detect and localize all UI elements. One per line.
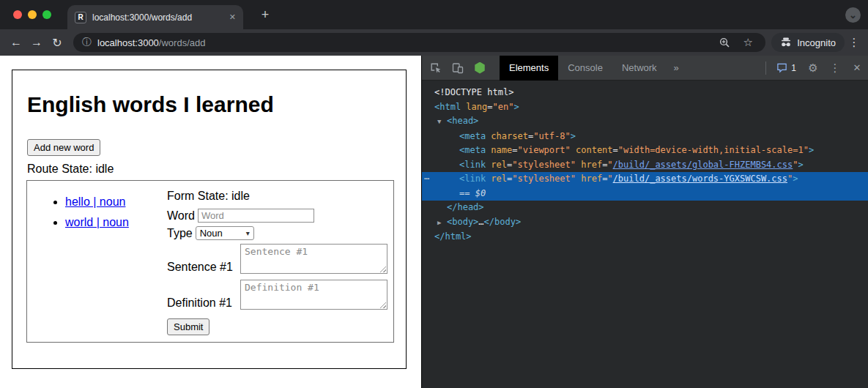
dom-line[interactable]: </html> (422, 230, 868, 245)
definition-textarea-wrap (240, 280, 387, 310)
tab-console[interactable]: Console (558, 56, 612, 81)
definition-label: Definition #1 (167, 296, 238, 310)
inspect-element-icon[interactable] (425, 56, 447, 81)
browser-toolbar: ← → ↻ ⓘ localhost:3000/words/add ☆ Incog… (0, 29, 868, 56)
zoom-icon[interactable] (716, 37, 733, 48)
window-controls (13, 10, 51, 19)
hexagon-icon (475, 62, 486, 74)
devtools-close-icon[interactable]: ✕ (846, 56, 868, 81)
word-input[interactable] (198, 209, 314, 223)
content-area: English words I learned Add new word Rou… (0, 56, 868, 388)
settings-gear-icon[interactable]: ⚙ (802, 56, 824, 81)
disclosure-closed-icon[interactable]: ▶ (437, 216, 447, 231)
type-label: Type (167, 227, 193, 240)
node-extension-icon[interactable] (469, 56, 491, 81)
more-actions-icon[interactable]: ⋯ (424, 172, 428, 187)
message-bubble-icon (776, 62, 787, 73)
device-toolbar-icon[interactable] (447, 56, 469, 81)
dom-line[interactable]: <!DOCTYPE html> (422, 86, 868, 100)
incognito-badge: Incognito (771, 33, 845, 52)
word-list: hello | noun world | noun (27, 181, 167, 342)
dom-line-code: <head> (447, 116, 478, 126)
dom-line-code: <link rel="stylesheet" href="/build/_ass… (459, 174, 798, 184)
forward-button[interactable]: → (26, 32, 47, 53)
dom-line[interactable]: </head> (422, 201, 868, 215)
devtools-tabs: Elements Console Network (500, 56, 667, 81)
page-title: English words I learned (27, 92, 391, 117)
dom-tree: <!DOCTYPE html><html lang="en">▼<head><m… (422, 81, 868, 388)
add-word-form: Form State: idle Word Type Noun ▾ (167, 181, 387, 342)
back-button[interactable]: ← (6, 32, 26, 53)
incognito-label: Incognito (797, 37, 836, 48)
browser-tab[interactable]: R localhost:3000/words/add ✕ (67, 5, 243, 29)
dom-line-code: <meta charset="utf-8"> (459, 131, 576, 141)
add-new-word-button[interactable]: Add new word (27, 139, 100, 156)
sentence-row: Sentence #1 (167, 244, 387, 274)
type-select[interactable]: Noun ▾ (196, 226, 254, 240)
url-host: localhost:3000 (97, 37, 159, 48)
dom-line[interactable]: ▼<head> (422, 114, 868, 130)
word-label: Word (167, 209, 195, 223)
dom-line-code: <!DOCTYPE html> (434, 87, 513, 97)
page-info-icon[interactable]: ⓘ (82, 36, 92, 49)
url-text: localhost:3000/words/add (97, 37, 205, 48)
web-page: English words I learned Add new word Rou… (0, 56, 421, 388)
type-select-value: Noun (200, 228, 223, 239)
close-window-button[interactable] (13, 10, 22, 19)
list-item: hello | noun (65, 195, 167, 209)
tab-close-icon[interactable]: ✕ (229, 12, 236, 22)
definition-textarea[interactable] (240, 280, 387, 310)
dom-line-code: <meta name="viewport" content="width=dev… (459, 145, 814, 155)
downloads-icon[interactable]: ⌄ (845, 7, 861, 23)
dom-line-code: <html lang="en"> (434, 102, 519, 112)
tab-strip: R localhost:3000/words/add ✕ + ⌄ (0, 0, 868, 29)
devtools-toolbar-right: 1 ⚙ ⋮ ✕ (761, 56, 868, 81)
dom-line-code: </head> (447, 202, 484, 212)
submit-button[interactable]: Submit (167, 318, 209, 335)
sentence-label: Sentence #1 (167, 261, 238, 274)
tab-elements[interactable]: Elements (500, 56, 558, 81)
devtools-menu-icon[interactable]: ⋮ (824, 56, 846, 81)
dom-line-code: <body>…</body> (447, 217, 521, 227)
sentence-textarea[interactable] (240, 244, 387, 274)
app-container: English words I learned Add new word Rou… (12, 70, 407, 369)
browser-menu-icon[interactable]: ⋮ (845, 36, 864, 49)
disclosure-open-icon[interactable]: ▼ (437, 115, 447, 130)
dom-line-code: <link rel="stylesheet" href="/build/_ass… (459, 160, 804, 170)
more-tabs-icon[interactable]: » (667, 56, 686, 81)
minimize-window-button[interactable] (28, 10, 37, 19)
bookmark-star-icon[interactable]: ☆ (739, 36, 757, 49)
new-tab-button[interactable]: + (256, 6, 274, 23)
definition-row: Definition #1 (167, 280, 387, 310)
dom-line[interactable]: ▶<body>…</body> (422, 215, 868, 231)
devtools-toolbar: Elements Console Network » 1 ⚙ ⋮ ✕ (422, 56, 868, 81)
tab-network[interactable]: Network (612, 56, 667, 81)
form-state-text: Form State: idle (167, 190, 387, 203)
address-bar[interactable]: ⓘ localhost:3000/words/add ☆ (73, 33, 765, 52)
submit-row: Submit (167, 318, 387, 335)
maximize-window-button[interactable] (42, 10, 51, 19)
dom-line[interactable]: == $0 (422, 187, 868, 201)
type-row: Type Noun ▾ (167, 226, 387, 240)
dom-line[interactable]: ⋯<link rel="stylesheet" href="/build/_as… (422, 172, 868, 187)
word-link-hello[interactable]: hello | noun (65, 195, 125, 208)
browser-window: R localhost:3000/words/add ✕ + ⌄ ← → ↻ ⓘ… (0, 0, 868, 388)
devtools-panel: Elements Console Network » 1 ⚙ ⋮ ✕ <!DOC… (421, 56, 868, 388)
dom-line[interactable]: <html lang="en"> (422, 100, 868, 115)
dom-line-code: </html> (434, 231, 472, 242)
dom-line[interactable]: <meta charset="utf-8"> (422, 130, 868, 144)
list-item: world | noun (65, 216, 167, 229)
toolbar-divider (765, 61, 766, 75)
reload-button[interactable]: ↻ (47, 32, 67, 53)
word-link-world[interactable]: world | noun (65, 216, 129, 228)
route-state-text: Route State: idle (27, 163, 391, 176)
chevron-down-icon: ▾ (246, 229, 250, 237)
issues-badge[interactable]: 1 (771, 62, 802, 73)
site-favicon-icon: R (75, 12, 86, 23)
tab-title: localhost:3000/words/add (92, 12, 223, 23)
words-panel: hello | noun world | noun Form State: id… (26, 180, 394, 343)
word-row: Word (167, 209, 387, 223)
sentence-textarea-wrap (240, 244, 387, 274)
dom-line[interactable]: <meta name="viewport" content="width=dev… (422, 143, 868, 158)
dom-line[interactable]: <link rel="stylesheet" href="/build/_ass… (422, 158, 868, 173)
